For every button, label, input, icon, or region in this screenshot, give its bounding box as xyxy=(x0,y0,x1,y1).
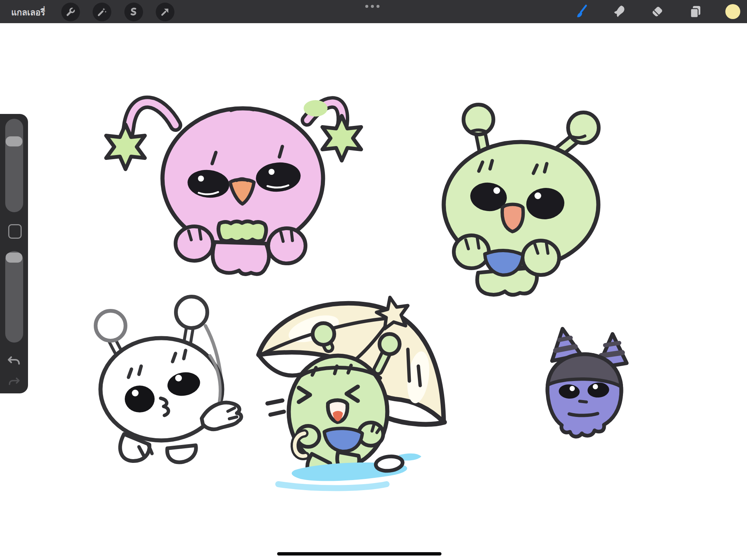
paint-tool-button[interactable] xyxy=(573,3,589,20)
creature-white-sketch xyxy=(96,297,241,462)
smudge-finger-icon xyxy=(611,3,627,20)
undo-arrow-icon[interactable] xyxy=(6,355,21,367)
opacity-slider[interactable] xyxy=(5,251,23,343)
selection-s-icon xyxy=(128,7,139,17)
transform-arrow-icon xyxy=(160,7,170,17)
color-swatch[interactable] xyxy=(725,4,740,19)
creature-pink-flower xyxy=(106,100,361,274)
eye-left xyxy=(125,386,155,412)
green-bow xyxy=(218,222,266,242)
eraser-icon xyxy=(649,3,666,20)
opacity-slider-thumb[interactable] xyxy=(6,253,22,263)
brush-sidebar xyxy=(0,114,28,393)
redo-arrow-icon[interactable] xyxy=(7,376,21,387)
mouth xyxy=(502,204,523,232)
erase-tool-button[interactable] xyxy=(649,3,666,20)
paintbrush-icon xyxy=(573,3,589,20)
selection-button[interactable] xyxy=(124,3,143,21)
magic-wand-icon xyxy=(97,7,107,17)
modify-button[interactable] xyxy=(8,224,22,239)
home-indicator[interactable] xyxy=(277,552,441,556)
layers-button[interactable] xyxy=(687,3,704,20)
actions-button[interactable] xyxy=(61,3,80,21)
brush-size-slider[interactable] xyxy=(5,119,23,212)
layers-icon xyxy=(687,3,704,20)
mouth xyxy=(569,414,598,415)
brush-size-slider-thumb[interactable] xyxy=(6,136,22,146)
ellipsis-icon[interactable] xyxy=(365,5,379,8)
procreate-app: แกลเลอรี่ xyxy=(0,0,747,560)
creature-purple-horned xyxy=(548,329,627,437)
drawing-canvas[interactable] xyxy=(0,0,747,560)
splash-droplet xyxy=(375,455,403,472)
gallery-button[interactable]: แกลเลอรี่ xyxy=(11,0,45,23)
adjustments-button[interactable] xyxy=(93,3,111,21)
flower-right xyxy=(322,116,361,161)
smudge-tool-button[interactable] xyxy=(611,3,627,20)
creature-green-antenna xyxy=(444,105,599,295)
wrench-icon xyxy=(65,7,76,17)
creature-umbrella xyxy=(258,297,444,488)
flower-left xyxy=(106,124,145,169)
top-toolbar: แกลเลอรี่ xyxy=(0,0,747,23)
transform-button[interactable] xyxy=(156,3,174,21)
